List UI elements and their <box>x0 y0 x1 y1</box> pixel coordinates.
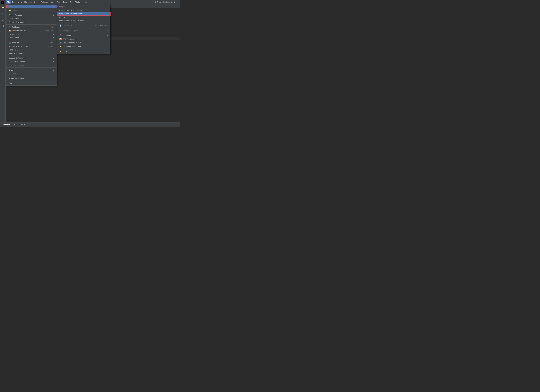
separator <box>6 81 57 81</box>
separator <box>57 33 110 33</box>
path-icon: 📁 <box>59 45 62 48</box>
menu-navigate[interactable]: Navigate <box>23 0 33 4</box>
submenu-item-label: Project from Version Control... <box>59 13 108 15</box>
menu-item-label: Reload All from Disk <box>12 45 46 47</box>
menu-item-project-structure[interactable]: 📋 Project Structure... Ctrl+Alt+Shift+S <box>6 29 57 32</box>
menu-edit[interactable]: Edit <box>11 0 16 4</box>
menu-item-settings[interactable]: ⚙ Settings... Ctrl+Alt+S <box>6 25 57 29</box>
menu-refactor[interactable]: Refactor <box>40 0 49 4</box>
submenu-item-module-from-existing[interactable]: Module from Existing Sources... <box>57 19 110 23</box>
submenu-item-project-from-vcs[interactable]: Project from Version Control... <box>57 12 110 15</box>
file-menu: New ▶ 📂 Open... Recent Projects ▶ Close … <box>6 4 57 86</box>
menu-item-open[interactable]: 📂 Open... <box>6 8 57 12</box>
menu-item-recent-projects[interactable]: Recent Projects ▶ <box>6 13 57 17</box>
submenu-arrow-icon: ▶ <box>53 14 55 16</box>
menu-build[interactable]: Build <box>49 0 56 4</box>
shortcut-label: Ctrl+S <box>50 42 55 44</box>
new-submenu: Project... Project from Existing Sources… <box>57 4 110 54</box>
submenu-item-driver[interactable]: ⚡ Driver <box>57 50 110 53</box>
menu-item-file-properties[interactable]: File Properties ▶ <box>6 32 57 36</box>
menu-item-power-save-mode[interactable]: Power Save Mode <box>6 77 57 80</box>
menu-view[interactable]: View <box>17 0 23 4</box>
gear-icon[interactable]: ⚙ <box>174 1 176 3</box>
menu-item-label: Export <box>9 69 52 71</box>
menu-item-label: Print... <box>12 73 55 75</box>
app-name[interactable]: ⚙ BlogApplication ▾ <box>155 1 170 3</box>
open-icon: 📂 <box>9 9 11 11</box>
menu-item-label: Open... <box>12 9 55 11</box>
terminal-tab-main[interactable]: Terminal <box>1 123 11 126</box>
menu-tools[interactable]: Tools <box>62 0 68 4</box>
menu-item-label: New <box>9 6 52 8</box>
menu-run[interactable]: Run <box>56 0 62 4</box>
menu-help[interactable]: Help <box>83 0 89 4</box>
dropdown-icon: ▾ <box>169 1 170 3</box>
subtab-label: Local <box>13 124 17 126</box>
submenu-item-data-source-from-url[interactable]: 🔗 Data Source from URL <box>57 41 110 45</box>
menu-item-label: New Projects Setup <box>9 61 52 63</box>
menu-item-export[interactable]: Export ▶ <box>6 68 57 72</box>
menu-item-new[interactable]: New ▶ <box>6 5 57 8</box>
shortcut-label: Ctrl+Alt+Shift+Insert <box>94 25 108 26</box>
menu-git[interactable]: Git <box>69 0 73 4</box>
submenu-arrow-icon: ▶ <box>107 30 108 32</box>
submenu-item-label: Data Source <box>63 35 105 37</box>
terminal-subtab-local[interactable]: Local ✕ <box>11 123 20 126</box>
submenu-arrow-icon: ▶ <box>53 6 55 8</box>
close-tab-icon[interactable]: ✕ <box>17 124 19 125</box>
menu-item-label: Repair IDE <box>9 49 55 51</box>
menu-item-local-history[interactable]: Local History ▶ <box>6 36 57 40</box>
project-structure-icon: 📋 <box>9 30 11 32</box>
app-icon: ⚙ <box>155 1 156 3</box>
sidebar-icon-git[interactable]: ⑂ <box>1 11 5 15</box>
menu-item-remote-dev[interactable]: Remote Development... <box>6 20 57 24</box>
sidebar-icon-db[interactable]: 🗄 <box>1 24 5 28</box>
more-icon[interactable]: ⋮ <box>177 1 179 3</box>
menu-item-manage-ide-settings[interactable]: Manage IDE Settings ▶ <box>6 56 57 60</box>
submenu-item-scratch-file[interactable]: 📄 Scratch File Ctrl+Alt+Shift+Insert <box>57 24 110 27</box>
submenu-item-swing-ui: 🖥 Swing UI Designer ▶ <box>57 29 110 32</box>
submenu-item-module[interactable]: Module... <box>57 15 110 19</box>
shortcut-label: Ctrl+Alt+S <box>48 26 55 28</box>
menu-item-label: Manage IDE Settings <box>9 57 52 59</box>
submenu-item-project[interactable]: Project... <box>57 5 110 8</box>
submenu-item-label: DDL Data Source <box>63 38 108 40</box>
sidebar-icon-more[interactable]: ⋯ <box>1 30 5 34</box>
menu-item-label: Power Save Mode <box>9 77 55 79</box>
sidebar-icon-folder[interactable]: 📁 <box>1 5 5 9</box>
terminal-subtab-gitbash[interactable]: Git Bash ✕ <box>20 123 31 126</box>
submenu-item-data-source[interactable]: 🗄 Data Source ▶ <box>57 34 110 37</box>
driver-icon: ⚡ <box>59 50 62 52</box>
url-icon: 🔗 <box>59 42 62 44</box>
menu-item-label: Save All <box>12 42 49 44</box>
submenu-item-label: Project... <box>59 6 108 8</box>
submenu-arrow-icon: ▶ <box>53 37 55 39</box>
terminal-bar: Terminal Local ✕ Git Bash ✕ <box>0 122 180 127</box>
menu-item-repair-ide[interactable]: Repair IDE <box>6 48 57 52</box>
print-icon: 🖨 <box>9 72 11 75</box>
submenu-item-project-from-existing[interactable]: Project from Existing Sources... <box>57 8 110 12</box>
menu-item-save-all[interactable]: 💾 Save All Ctrl+S <box>6 41 57 45</box>
submenu-item-data-source-from-path[interactable]: 📁 Data Source from Path <box>57 45 110 48</box>
run-icon[interactable]: ▶ <box>171 1 173 3</box>
menu-item-new-projects-setup[interactable]: New Projects Setup ▶ <box>6 60 57 63</box>
menu-item-exit[interactable]: Exit <box>6 81 57 85</box>
submenu-arrow-icon: ▶ <box>53 69 55 71</box>
menu-code[interactable]: Code <box>33 0 40 4</box>
menu-item-reload[interactable]: ↻ Reload All from Disk Ctrl+Alt+Y <box>6 45 57 48</box>
data-source-icon: 🗄 <box>59 34 62 37</box>
separator <box>57 49 110 49</box>
menu-item-label: File Properties <box>9 33 52 35</box>
submenu-arrow-icon: ▶ <box>53 57 55 59</box>
menu-item-invalidate-caches[interactable]: Invalidate Caches... <box>6 52 57 55</box>
close-tab-icon[interactable]: ✕ <box>28 124 30 125</box>
submenu-item-label: Module from Existing Sources... <box>59 20 108 22</box>
submenu-item-label: Module... <box>59 16 108 18</box>
separator <box>6 13 57 13</box>
submenu-item-ddl-data-source[interactable]: 📊 DDL Data Source <box>57 37 110 41</box>
menu-item-close-project[interactable]: Close Project <box>6 17 57 20</box>
menu-window[interactable]: Window <box>74 0 82 4</box>
submenu-item-label: Scratch File <box>63 25 93 27</box>
menu-file[interactable]: File <box>6 0 11 4</box>
sidebar-icon-git2[interactable]: ⊕ <box>1 18 5 22</box>
